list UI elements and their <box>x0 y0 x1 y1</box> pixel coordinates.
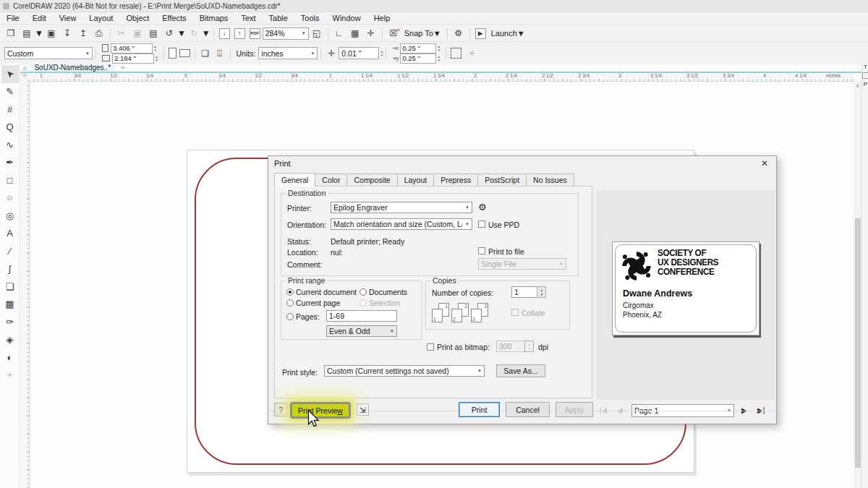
drop-shadow-tool[interactable]: ❏ <box>1 278 19 296</box>
menu-tools[interactable]: Tools <box>294 12 326 24</box>
eyedropper-tool[interactable]: ✑ <box>1 313 19 331</box>
new-document-icon[interactable]: ❐ <box>4 26 18 40</box>
outline-tool[interactable]: ◈ <box>1 331 19 349</box>
crop-tool[interactable]: # <box>1 100 19 119</box>
shape-tool[interactable]: ✎ <box>1 83 19 101</box>
menu-layout[interactable]: Layout <box>82 12 119 24</box>
rulers-icon[interactable]: ∟ <box>332 26 346 40</box>
open-icon[interactable]: ▤ <box>20 26 34 40</box>
print-to-file-checkbox[interactable] <box>478 247 485 254</box>
snap-disabled-icon[interactable]: ☒ <box>386 26 401 40</box>
launch-icon[interactable]: ▶ <box>475 28 486 39</box>
docker-edge-strip[interactable]: T - P <box>861 64 868 488</box>
launch-menu[interactable]: Launch▼ <box>488 29 528 38</box>
page-width-field[interactable]: 3.406 " <box>111 43 153 53</box>
options-gear-icon[interactable]: ⚙ <box>451 26 466 40</box>
dialog-tab-color[interactable]: Color <box>315 174 347 187</box>
document-tab[interactable]: SoUXD-Namebadges..* <box>30 64 115 72</box>
freehand-tool[interactable]: ∿ <box>1 136 19 154</box>
page-preset-combo[interactable]: Custom▼ <box>4 47 93 59</box>
copies-input[interactable]: 1 <box>511 286 537 298</box>
menu-window[interactable]: Window <box>326 12 367 24</box>
dialog-tab-postscript[interactable]: PostScript <box>477 174 527 187</box>
pages-radio[interactable] <box>286 313 294 320</box>
height-spinner[interactable]: ▴▾ <box>156 55 158 62</box>
scrollbar-thumb[interactable] <box>855 218 861 468</box>
menu-view[interactable]: View <box>53 12 83 24</box>
vertical-scrollbar[interactable]: ∧ <box>854 81 861 488</box>
use-ppd-checkbox[interactable] <box>478 221 485 228</box>
printer-combo[interactable]: Epilog Engraver ▼ <box>331 202 472 213</box>
menu-help[interactable]: Help <box>367 12 397 24</box>
portrait-button[interactable] <box>169 48 176 59</box>
current-page-radio[interactable] <box>286 299 294 307</box>
menu-effects[interactable]: Effects <box>156 12 192 24</box>
connector-tool[interactable]: ʃ <box>1 260 19 278</box>
menu-text[interactable]: Text <box>234 12 262 24</box>
fullscreen-icon[interactable]: ◱ <box>310 26 324 40</box>
dialog-tab-no-issues[interactable]: No Issues <box>526 174 574 187</box>
duplicate-x-spinner[interactable]: ▴▾ <box>438 45 440 52</box>
add-toolbar-item-icon[interactable]: + <box>469 48 475 59</box>
dialog-tab-general[interactable]: General <box>274 173 315 187</box>
nudge-spinner[interactable]: ▴▾ <box>380 50 383 57</box>
page-height-field[interactable]: 2.184 " <box>112 53 154 64</box>
export-icon[interactable]: ↥ <box>76 26 90 40</box>
treat-as-filled-icon[interactable] <box>450 47 463 60</box>
import-file-icon[interactable]: ↓ <box>219 28 230 39</box>
import-icon[interactable]: ↧ <box>60 26 75 40</box>
docker-collapse-icon[interactable]: - <box>862 72 868 79</box>
export-file-icon[interactable]: ↑ <box>234 28 245 39</box>
add-tool-button[interactable]: + <box>1 367 19 385</box>
grid-icon[interactable]: ▦ <box>348 26 362 40</box>
guidelines-icon[interactable]: ✛ <box>364 26 378 40</box>
snap-to-menu[interactable]: Snap To▼ <box>401 29 444 38</box>
orientation-combo[interactable]: Match orientation and size (Custom, Land… <box>331 218 472 230</box>
mini-preview-toggle-icon[interactable]: ⇲ <box>357 403 369 416</box>
artistic-media-tool[interactable]: ✒ <box>1 154 19 172</box>
close-icon[interactable]: ✕ <box>759 158 770 168</box>
dimension-tool[interactable]: ∕ <box>1 242 19 260</box>
vertical-ruler[interactable] <box>20 81 30 488</box>
rectangle-tool[interactable]: □ <box>1 171 19 189</box>
save-as-button[interactable]: Save As... <box>496 364 545 377</box>
duplicate-y-field[interactable]: 0.25 " <box>400 53 436 64</box>
zoom-level-combo[interactable]: 284%▼ <box>263 27 309 40</box>
help-button[interactable]: ? <box>274 403 288 416</box>
nudge-field[interactable]: 0.01 " <box>339 47 379 59</box>
menu-bitmaps[interactable]: Bitmaps <box>193 12 235 24</box>
horizontal-ruler[interactable]: 13/41/21/401/41/23/411 1/41 1/21 3/422 1… <box>29 73 854 82</box>
menu-edit[interactable]: Edit <box>26 12 53 24</box>
menu-table[interactable]: Table <box>263 12 294 24</box>
dialog-tab-composite[interactable]: Composite <box>346 174 397 187</box>
publish-pdf-icon[interactable]: PDF <box>250 28 260 39</box>
menu-file[interactable]: File <box>0 12 26 24</box>
new-tab-button[interactable]: + <box>121 64 125 72</box>
polygon-tool[interactable]: ◎ <box>1 207 19 225</box>
even-odd-combo[interactable]: Even & Odd ▼ <box>326 325 397 337</box>
text-tool[interactable]: A <box>1 225 19 243</box>
dialog-tab-layout[interactable]: Layout <box>397 174 435 187</box>
width-spinner[interactable]: ▴▾ <box>154 45 156 52</box>
documents-radio[interactable] <box>359 288 367 296</box>
print-icon[interactable]: ⎙ <box>92 26 106 40</box>
print-preview-button[interactable]: Print Preview <box>290 402 351 419</box>
fill-tool[interactable]: ◐ <box>1 348 19 367</box>
all-pages-icon[interactable]: ❏ <box>199 47 212 60</box>
pages-input[interactable]: 1-69 <box>326 310 397 322</box>
ellipse-tool[interactable]: ○ <box>1 189 19 207</box>
printer-settings-gear-icon[interactable]: ⚙ <box>478 202 487 213</box>
undo-icon[interactable]: ↺ <box>162 26 176 40</box>
transparency-tool[interactable]: ▦ <box>1 296 19 314</box>
home-icon[interactable]: ⌂ <box>23 64 27 72</box>
cancel-button[interactable]: Cancel <box>506 402 550 417</box>
paste-icon[interactable]: ▤ <box>146 26 161 40</box>
duplicate-y-spinner[interactable]: ▴▾ <box>438 55 440 62</box>
copies-spinner[interactable]: ▴▾ <box>537 286 546 298</box>
scroll-up-icon[interactable]: ∧ <box>854 81 861 90</box>
save-icon[interactable]: ▣ <box>44 26 59 40</box>
page-dimensions-icon[interactable]: ⍗ <box>213 47 226 60</box>
zoom-tool[interactable]: Q <box>1 119 19 137</box>
print-button[interactable]: Print <box>459 402 500 417</box>
print-style-combo[interactable]: Custom (Current settings not saved) ▼ <box>324 365 485 377</box>
